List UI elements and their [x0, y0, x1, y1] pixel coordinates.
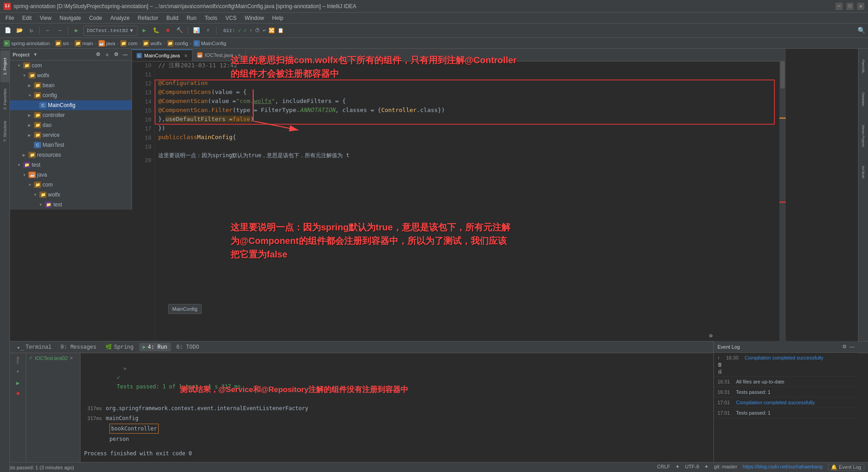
git-branch-icon[interactable]: ↩ — [263, 28, 266, 33]
run-tab-close-btn[interactable]: ✕ — [14, 368, 23, 375]
left-tab-project[interactable]: 1: Project — [0, 51, 9, 82]
project-gear-icon[interactable]: ⚙ — [113, 51, 120, 58]
event-trash-icon-1[interactable]: 🗑 — [717, 362, 722, 367]
tree-mainconfig[interactable]: C MainConfig — [10, 100, 132, 110]
tree-bean[interactable]: ▶ 📁 bean — [10, 80, 132, 90]
bc-src[interactable]: 📁 src — [55, 40, 70, 47]
tree-test[interactable]: ▼ 📁 test — [10, 160, 132, 170]
menu-build[interactable]: Build — [163, 14, 182, 22]
tree-test-com[interactable]: ▼ 📁 com — [10, 180, 132, 190]
event-msg-1[interactable]: Compilation completed successfully — [745, 355, 823, 360]
run-stop-btn[interactable]: ■ — [14, 389, 23, 398]
event-log-status-btn[interactable]: 🔔 Event Log — [828, 464, 864, 471]
tab-ioctest[interactable]: ☕ IOCTest.java ✕ — [193, 49, 246, 61]
project-dropdown-icon[interactable]: ▼ — [33, 52, 38, 57]
tree-config[interactable]: ▼ 📁 config — [10, 90, 132, 100]
search-btn[interactable]: 🔍 — [858, 27, 865, 34]
project-close-icon[interactable]: — — [122, 51, 129, 58]
bottom-tab-todo[interactable]: 6: TODO — [173, 343, 203, 351]
project-settings-icon[interactable]: ⚙ — [94, 51, 102, 58]
menu-file[interactable]: File — [2, 14, 18, 22]
menu-edit[interactable]: Edit — [19, 14, 35, 22]
menu-window[interactable]: Window — [241, 14, 268, 22]
git-push-icon[interactable]: ↑ — [250, 28, 253, 33]
event-time-3: 16:31 — [717, 389, 733, 395]
bottom-tab-messages[interactable]: 0: Messages — [57, 343, 100, 351]
bc-config[interactable]: 📁 config — [167, 40, 188, 47]
menu-vcs[interactable]: VCS — [222, 14, 241, 22]
build-btn[interactable]: 🔨 — [175, 26, 184, 36]
bc-mainconfig[interactable]: C MainConfig — [193, 40, 226, 47]
minimize-button[interactable]: — — [835, 3, 843, 10]
menu-help[interactable]: Help — [269, 14, 287, 22]
event-msg-4[interactable]: Compilation completed successfully — [736, 400, 815, 405]
menu-view[interactable]: View — [36, 14, 55, 22]
tab-close-ioctest[interactable]: ✕ — [237, 53, 241, 58]
bc-main[interactable]: 📁 main — [75, 40, 93, 47]
project-collapse-icon[interactable]: ≡ — [104, 51, 111, 58]
tree-dao[interactable]: ▶ 📁 dao — [10, 120, 132, 130]
left-tab-favorites[interactable]: 2: Favorites — [0, 83, 9, 115]
bc-java[interactable]: ☕ java — [99, 40, 115, 47]
sync-btn[interactable]: ↻ — [26, 26, 36, 36]
tree-test-wolfx[interactable]: ▼ 📁 wolfx — [10, 190, 132, 200]
scrollbar-thumb[interactable] — [780, 61, 785, 89]
git-merge-icon[interactable]: 🔀 — [269, 28, 275, 33]
menu-run[interactable]: Run — [183, 14, 200, 22]
open-btn[interactable]: 📂 — [14, 26, 24, 36]
menu-tools[interactable]: Tools — [201, 14, 221, 22]
run-btn[interactable]: ▶ — [139, 26, 149, 36]
right-tab-plantuml[interactable]: PlantUML — [859, 51, 868, 83]
menu-code[interactable]: Code — [85, 14, 106, 22]
run-tab-close[interactable]: ✕ — [70, 356, 73, 360]
git-pull-icon[interactable]: ⏱ — [255, 28, 260, 33]
run-green-btn[interactable]: ▶ — [71, 26, 81, 36]
bottom-tab-terminal[interactable]: ▸_ Terminal — [14, 343, 55, 351]
bottom-tab-run[interactable]: ▶ 4: Run — [139, 343, 171, 351]
status-encoding[interactable]: UTF-8 — [685, 464, 699, 471]
coverage-btn[interactable]: 📊 — [191, 26, 201, 36]
run-rerun-btn[interactable]: ▶ — [14, 379, 23, 388]
debug-btn[interactable]: 🐛 — [151, 26, 161, 36]
menu-analyze[interactable]: Analyze — [107, 14, 133, 22]
status-crlf[interactable]: CRLF — [657, 464, 670, 471]
event-log-settings-icon[interactable]: ⚙ — [842, 344, 847, 350]
maximize-button[interactable]: □ — [846, 3, 854, 10]
bottom-tab-spring[interactable]: 🌿 Spring — [102, 343, 137, 351]
event-print-icon-1[interactable]: 🖨 — [717, 369, 722, 374]
tab-close-mainconfig[interactable]: ✕ — [184, 53, 188, 58]
new-project-btn[interactable]: 📄 — [3, 26, 13, 36]
left-tab-structure[interactable]: 7: Structure — [0, 116, 9, 147]
stop-btn[interactable]: ■ — [163, 26, 173, 36]
profile-btn[interactable]: ⚡ — [203, 26, 213, 36]
tree-wolfx[interactable]: ▼ 📁 wolfx — [10, 70, 132, 80]
tree-test-testfolder[interactable]: ▼ 📁 test — [10, 200, 132, 210]
tree-maintest[interactable]: C MainTest — [10, 140, 132, 150]
tree-com[interactable]: ▼ 📁 com — [10, 61, 132, 70]
close-button[interactable]: ✕ — [857, 3, 864, 10]
event-log-minimize-icon[interactable]: — — [849, 344, 854, 350]
event-up-icon-1[interactable]: ↑ — [717, 355, 722, 360]
right-tab-ant[interactable]: Ant Build — [859, 157, 868, 187]
tree-service[interactable]: ▶ 📁 service — [10, 130, 132, 140]
tree-test-java[interactable]: ▼ ☕ java — [10, 170, 132, 180]
editor-scrollbar[interactable] — [779, 61, 786, 341]
bc-wolfx-label: wolfx — [151, 41, 162, 46]
tab-mainconfig[interactable]: C MainConfig.java ✕ — [132, 49, 193, 61]
bc-com[interactable]: 📁 com — [120, 40, 137, 47]
tree-resources[interactable]: ▶ 📁 resources — [10, 150, 132, 160]
git-copy-icon[interactable]: 📋 — [278, 28, 284, 33]
tree-controller[interactable]: ▶ 📁 controller — [10, 110, 132, 120]
back-btn[interactable]: ← — [43, 26, 53, 36]
status-url[interactable]: https://blog.csdn.net/suchahaerkang — [743, 464, 823, 471]
code-text-14a: @ComponentScan — [158, 98, 208, 104]
run-config-dropdown[interactable]: IOCTest.test02 ▼ — [83, 26, 137, 36]
bc-wolfx[interactable]: 📁 wolfx — [143, 40, 162, 47]
right-tab-database[interactable]: Database — [859, 84, 868, 115]
bc-spring-annotation[interactable]: ▶ spring-annotation — [4, 40, 50, 47]
forward-btn[interactable]: → — [55, 26, 65, 36]
code-content[interactable]: // 注释2021-03-11 12:42 @Configuration @Co… — [155, 61, 779, 341]
right-tab-maven[interactable]: Maven Projects — [859, 116, 868, 156]
menu-navigate[interactable]: Navigate — [56, 14, 85, 22]
menu-refactor[interactable]: Refactor — [134, 14, 162, 22]
